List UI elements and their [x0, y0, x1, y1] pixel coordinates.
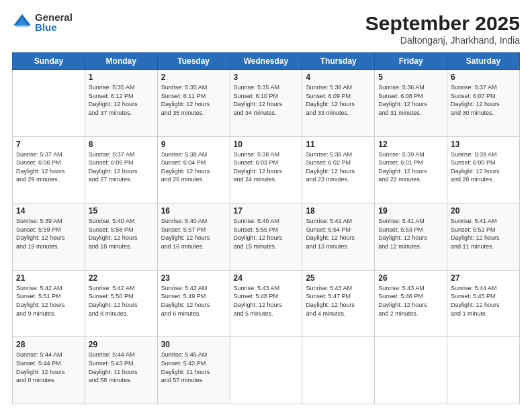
- day-number: 20: [451, 206, 516, 216]
- day-info: Sunrise: 5:42 AM Sunset: 5:50 PM Dayligh…: [89, 284, 154, 318]
- logo-text: General Blue: [35, 12, 73, 32]
- day-info: Sunrise: 5:36 AM Sunset: 6:08 PM Dayligh…: [378, 83, 443, 117]
- calendar-cell: 11Sunrise: 5:38 AM Sunset: 6:02 PM Dayli…: [302, 136, 375, 203]
- day-info: Sunrise: 5:40 AM Sunset: 5:55 PM Dayligh…: [234, 217, 299, 250]
- calendar-cell: 26Sunrise: 5:43 AM Sunset: 5:46 PM Dayli…: [375, 270, 447, 337]
- day-info: Sunrise: 5:39 AM Sunset: 6:01 PM Dayligh…: [378, 150, 443, 184]
- calendar-cell: 10Sunrise: 5:38 AM Sunset: 6:03 PM Dayli…: [230, 136, 302, 203]
- day-info: Sunrise: 5:40 AM Sunset: 5:58 PM Dayligh…: [89, 217, 154, 250]
- day-info: Sunrise: 5:43 AM Sunset: 5:46 PM Dayligh…: [378, 284, 443, 318]
- calendar-cell: 20Sunrise: 5:41 AM Sunset: 5:52 PM Dayli…: [447, 203, 520, 271]
- day-number: 26: [378, 273, 443, 283]
- day-number: 1: [89, 73, 154, 82]
- calendar-cell: 3Sunrise: 5:35 AM Sunset: 6:10 PM Daylig…: [230, 70, 302, 137]
- day-info: Sunrise: 5:41 AM Sunset: 5:52 PM Dayligh…: [451, 217, 516, 250]
- day-number: 22: [89, 273, 154, 283]
- calendar-body: 1Sunrise: 5:35 AM Sunset: 6:12 PM Daylig…: [13, 70, 520, 404]
- calendar-cell: 4Sunrise: 5:36 AM Sunset: 6:09 PM Daylig…: [302, 70, 375, 137]
- day-info: Sunrise: 5:38 AM Sunset: 6:03 PM Dayligh…: [234, 150, 299, 184]
- day-info: Sunrise: 5:39 AM Sunset: 6:00 PM Dayligh…: [451, 150, 516, 184]
- logo-icon: [12, 12, 32, 32]
- logo: General Blue: [12, 12, 73, 32]
- day-number: 7: [16, 140, 81, 149]
- calendar-cell: 22Sunrise: 5:42 AM Sunset: 5:50 PM Dayli…: [85, 270, 157, 337]
- calendar-week-row: 21Sunrise: 5:42 AM Sunset: 5:51 PM Dayli…: [13, 270, 520, 337]
- calendar-cell: 17Sunrise: 5:40 AM Sunset: 5:55 PM Dayli…: [230, 203, 302, 271]
- day-info: Sunrise: 5:39 AM Sunset: 5:59 PM Dayligh…: [16, 217, 81, 250]
- calendar-week-row: 7Sunrise: 5:37 AM Sunset: 6:06 PM Daylig…: [13, 136, 520, 203]
- day-number: 6: [451, 73, 516, 82]
- calendar-cell: 13Sunrise: 5:39 AM Sunset: 6:00 PM Dayli…: [447, 136, 520, 203]
- calendar-table: SundayMondayTuesdayWednesdayThursdayFrid…: [12, 52, 520, 404]
- day-info: Sunrise: 5:35 AM Sunset: 6:11 PM Dayligh…: [161, 83, 226, 117]
- day-number: 10: [234, 140, 299, 149]
- day-info: Sunrise: 5:43 AM Sunset: 5:48 PM Dayligh…: [234, 284, 299, 318]
- day-info: Sunrise: 5:35 AM Sunset: 6:10 PM Dayligh…: [234, 83, 299, 117]
- calendar-week-row: 14Sunrise: 5:39 AM Sunset: 5:59 PM Dayli…: [13, 203, 520, 271]
- weekday-header-sunday: Sunday: [13, 53, 85, 70]
- calendar-cell: [375, 337, 447, 404]
- day-number: 27: [451, 273, 516, 283]
- page: General Blue September 2025 Daltonganj, …: [0, 0, 532, 411]
- calendar-cell: 5Sunrise: 5:36 AM Sunset: 6:08 PM Daylig…: [375, 70, 447, 137]
- day-info: Sunrise: 5:43 AM Sunset: 5:47 PM Dayligh…: [306, 284, 371, 318]
- calendar-week-row: 1Sunrise: 5:35 AM Sunset: 6:12 PM Daylig…: [13, 70, 520, 137]
- day-number: 13: [451, 140, 516, 149]
- location: Daltonganj, Jharkhand, India: [365, 35, 520, 46]
- calendar-cell: 2Sunrise: 5:35 AM Sunset: 6:11 PM Daylig…: [157, 70, 230, 137]
- weekday-header-row: SundayMondayTuesdayWednesdayThursdayFrid…: [13, 53, 520, 70]
- calendar-cell: 14Sunrise: 5:39 AM Sunset: 5:59 PM Dayli…: [13, 203, 85, 271]
- day-info: Sunrise: 5:38 AM Sunset: 6:02 PM Dayligh…: [306, 150, 371, 184]
- day-number: 29: [89, 340, 154, 349]
- day-number: 14: [16, 206, 81, 216]
- day-number: 15: [89, 206, 154, 216]
- calendar-cell: 9Sunrise: 5:38 AM Sunset: 6:04 PM Daylig…: [157, 136, 230, 203]
- day-number: 21: [16, 273, 81, 283]
- day-number: 18: [306, 206, 371, 216]
- calendar-cell: 23Sunrise: 5:42 AM Sunset: 5:49 PM Dayli…: [157, 270, 230, 337]
- calendar-cell: 18Sunrise: 5:41 AM Sunset: 5:54 PM Dayli…: [302, 203, 375, 271]
- day-number: 5: [378, 73, 443, 82]
- day-info: Sunrise: 5:44 AM Sunset: 5:44 PM Dayligh…: [16, 351, 81, 384]
- day-number: 2: [161, 73, 226, 82]
- day-number: 28: [16, 340, 81, 349]
- calendar-cell: 28Sunrise: 5:44 AM Sunset: 5:44 PM Dayli…: [13, 337, 85, 404]
- calendar-cell: 1Sunrise: 5:35 AM Sunset: 6:12 PM Daylig…: [85, 70, 157, 137]
- day-number: 16: [161, 206, 226, 216]
- day-number: 12: [378, 140, 443, 149]
- calendar-cell: 16Sunrise: 5:40 AM Sunset: 5:57 PM Dayli…: [157, 203, 230, 271]
- day-number: 8: [89, 140, 154, 149]
- calendar-cell: 8Sunrise: 5:37 AM Sunset: 6:05 PM Daylig…: [85, 136, 157, 203]
- day-info: Sunrise: 5:41 AM Sunset: 5:54 PM Dayligh…: [306, 217, 371, 250]
- calendar-cell: 29Sunrise: 5:44 AM Sunset: 5:43 PM Dayli…: [85, 337, 157, 404]
- day-info: Sunrise: 5:42 AM Sunset: 5:49 PM Dayligh…: [161, 284, 226, 318]
- calendar-week-row: 28Sunrise: 5:44 AM Sunset: 5:44 PM Dayli…: [13, 337, 520, 404]
- calendar-cell: 25Sunrise: 5:43 AM Sunset: 5:47 PM Dayli…: [302, 270, 375, 337]
- day-info: Sunrise: 5:38 AM Sunset: 6:04 PM Dayligh…: [161, 150, 226, 184]
- calendar-cell: 27Sunrise: 5:44 AM Sunset: 5:45 PM Dayli…: [447, 270, 520, 337]
- day-info: Sunrise: 5:35 AM Sunset: 6:12 PM Dayligh…: [89, 83, 154, 117]
- logo-blue: Blue: [35, 22, 73, 32]
- logo-general: General: [35, 12, 73, 22]
- calendar-cell: [13, 70, 85, 137]
- calendar-cell: 21Sunrise: 5:42 AM Sunset: 5:51 PM Dayli…: [13, 270, 85, 337]
- calendar-cell: [447, 337, 520, 404]
- day-info: Sunrise: 5:41 AM Sunset: 5:53 PM Dayligh…: [378, 217, 443, 250]
- calendar-cell: 6Sunrise: 5:37 AM Sunset: 6:07 PM Daylig…: [447, 70, 520, 137]
- calendar-cell: 15Sunrise: 5:40 AM Sunset: 5:58 PM Dayli…: [85, 203, 157, 271]
- day-info: Sunrise: 5:40 AM Sunset: 5:57 PM Dayligh…: [161, 217, 226, 250]
- day-number: 19: [378, 206, 443, 216]
- day-number: 3: [234, 73, 299, 82]
- day-number: 24: [234, 273, 299, 283]
- day-number: 9: [161, 140, 226, 149]
- day-number: 30: [161, 340, 226, 349]
- calendar-cell: 30Sunrise: 5:45 AM Sunset: 5:42 PM Dayli…: [157, 337, 230, 404]
- day-number: 23: [161, 273, 226, 283]
- day-number: 4: [306, 73, 371, 82]
- month-title: September 2025: [365, 12, 520, 35]
- calendar-cell: 19Sunrise: 5:41 AM Sunset: 5:53 PM Dayli…: [375, 203, 447, 271]
- calendar-cell: [230, 337, 302, 404]
- weekday-header-monday: Monday: [85, 53, 157, 70]
- weekday-header-wednesday: Wednesday: [230, 53, 302, 70]
- title-block: September 2025 Daltonganj, Jharkhand, In…: [365, 12, 520, 46]
